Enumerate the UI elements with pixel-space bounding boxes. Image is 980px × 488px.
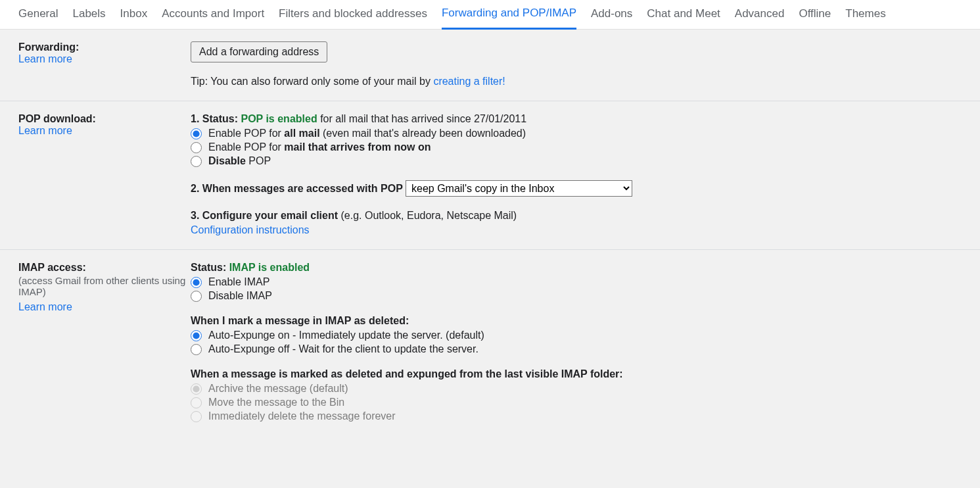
- add-forwarding-address-button[interactable]: Add a forwarding address: [191, 41, 327, 62]
- imap-radio-disable[interactable]: [191, 291, 202, 302]
- pop-option-now-on[interactable]: Enable POP for mail that arrives from no…: [191, 141, 962, 153]
- imap-radio-expunge-on[interactable]: [191, 330, 202, 341]
- pop-configure-suffix: (e.g. Outlook, Eudora, Netscape Mail): [341, 210, 517, 221]
- imap-expunge-on[interactable]: Auto-Expunge on - Immediately update the…: [191, 329, 962, 341]
- pop-learn-more-link[interactable]: Learn more: [18, 125, 72, 136]
- imap-radio-enable[interactable]: [191, 277, 202, 288]
- tab-forwarding[interactable]: Forwarding and POP/IMAP: [442, 7, 576, 30]
- imap-option-disable[interactable]: Disable IMAP: [191, 290, 962, 302]
- forwarding-learn-more-link[interactable]: Learn more: [18, 53, 72, 64]
- imap-radio-expunged-archive[interactable]: [191, 383, 202, 395]
- tab-general[interactable]: General: [18, 7, 58, 28]
- imap-marked-deleted-heading: When I mark a message in IMAP as deleted…: [191, 315, 409, 326]
- imap-radio-expunge-off[interactable]: [191, 344, 202, 355]
- section-imap: IMAP access: (access Gmail from other cl…: [0, 250, 980, 435]
- imap-radio-expunged-delete[interactable]: [191, 411, 202, 422]
- pop-action-select[interactable]: keep Gmail's copy in the Inbox: [406, 180, 632, 197]
- pop-status-value: POP is enabled: [241, 113, 317, 124]
- pop-radio-now-on[interactable]: [191, 142, 202, 153]
- tab-accounts[interactable]: Accounts and Import: [162, 7, 264, 28]
- imap-heading: IMAP access:: [18, 262, 86, 273]
- forwarding-heading: Forwarding:: [18, 41, 79, 53]
- pop-config-instructions-link[interactable]: Configuration instructions: [191, 224, 310, 235]
- imap-expunged-heading: When a message is marked as deleted and …: [191, 368, 623, 379]
- imap-option-enable[interactable]: Enable IMAP: [191, 276, 962, 288]
- imap-expunged-delete[interactable]: Immediately delete the message forever: [191, 410, 962, 422]
- pop-status-since: for all mail that has arrived since 27/0…: [320, 113, 526, 124]
- section-forwarding: Forwarding: Learn more Add a forwarding …: [0, 30, 980, 101]
- tab-addons[interactable]: Add-ons: [591, 7, 632, 28]
- forwarding-create-filter-link[interactable]: creating a filter!: [433, 76, 505, 87]
- tab-chat[interactable]: Chat and Meet: [647, 7, 720, 28]
- pop-radio-disable[interactable]: [191, 156, 202, 167]
- pop-configure-label: 3. Configure your email client: [191, 210, 338, 221]
- imap-expunge-off[interactable]: Auto-Expunge off - Wait for the client t…: [191, 343, 962, 355]
- tab-inbox[interactable]: Inbox: [120, 7, 148, 28]
- tab-filters[interactable]: Filters and blocked addresses: [279, 7, 427, 28]
- pop-radio-all-mail[interactable]: [191, 128, 202, 139]
- imap-status-value: IMAP is enabled: [229, 262, 310, 273]
- imap-expunged-archive[interactable]: Archive the message (default): [191, 383, 962, 395]
- section-pop: POP download: Learn more 1. Status: POP …: [0, 101, 980, 250]
- imap-expunged-bin[interactable]: Move the message to the Bin: [191, 397, 962, 408]
- imap-learn-more-link[interactable]: Learn more: [18, 301, 72, 313]
- pop-heading: POP download:: [18, 113, 96, 124]
- pop-when-accessed-label: 2. When messages are accessed with POP: [191, 183, 406, 194]
- imap-radio-expunged-bin[interactable]: [191, 397, 202, 408]
- tab-themes[interactable]: Themes: [845, 7, 885, 28]
- forwarding-tip-text: Tip: You can also forward only some of y…: [191, 76, 433, 87]
- imap-subtext: (access Gmail from other clients using I…: [18, 274, 191, 297]
- tab-offline[interactable]: Offline: [799, 7, 831, 28]
- pop-status-label: 1. Status:: [191, 113, 241, 124]
- imap-status-label: Status:: [191, 262, 229, 273]
- pop-option-disable[interactable]: Disable POP: [191, 155, 962, 167]
- pop-option-all-mail[interactable]: Enable POP for all mail (even mail that'…: [191, 128, 962, 139]
- settings-tabs: General Labels Inbox Accounts and Import…: [0, 0, 980, 30]
- tab-advanced[interactable]: Advanced: [735, 7, 785, 28]
- tab-labels[interactable]: Labels: [72, 7, 105, 28]
